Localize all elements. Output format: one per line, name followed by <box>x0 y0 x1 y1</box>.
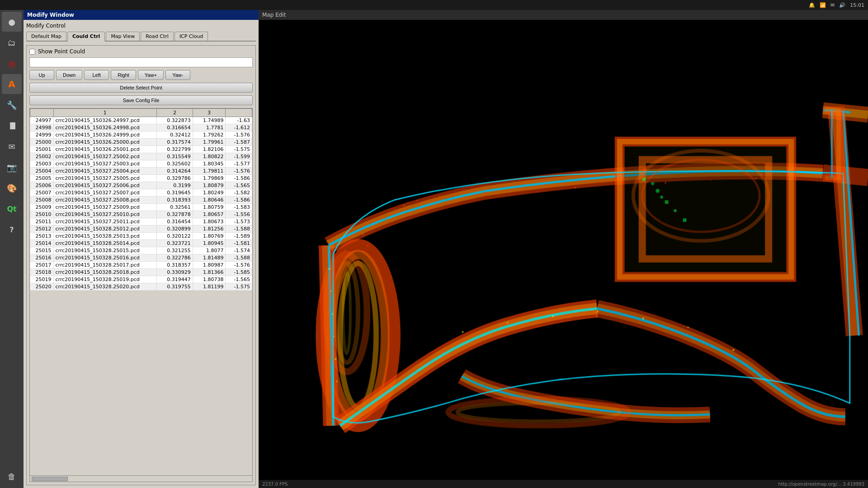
tab-could-ctrl[interactable]: Could Ctrl <box>67 32 105 42</box>
cell-col3: -1.576 <box>226 168 252 175</box>
cell-col3: -1.63 <box>226 117 252 124</box>
table-row[interactable]: 25010 crrc20190415_150327.25010.pcd 0.32… <box>30 211 252 218</box>
svg-rect-18 <box>394 209 395 210</box>
cell-col2: 1.79961 <box>193 139 226 146</box>
cell-col1: 0.318357 <box>157 262 193 269</box>
sidebar-icon-qt[interactable]: Qt <box>2 199 22 219</box>
table-row[interactable]: 25007 crrc20190415_150327.25007.pcd 0.31… <box>30 189 252 197</box>
sidebar-icon-circle[interactable]: ● <box>2 12 22 32</box>
table-row[interactable]: 25017 crrc20190415_150328.25017.pcd 0.31… <box>30 262 252 269</box>
sidebar-icon-paint[interactable]: 🎨 <box>2 178 22 198</box>
cell-col3: -1.612 <box>226 124 252 131</box>
cell-filename: crrc20190415_150328.25018.pcd <box>53 269 157 276</box>
sidebar-icon-trash[interactable]: 🗑 <box>2 466 22 486</box>
cell-id: 25000 <box>30 139 54 146</box>
cell-col3: -1.565 <box>226 276 252 283</box>
delete-select-point-button[interactable]: Delete Select Point <box>29 83 253 93</box>
cell-col1: 0.319447 <box>157 276 193 283</box>
svg-rect-25 <box>575 187 576 188</box>
table-row[interactable]: 24999 crrc20190415_150326.24999.pcd 0.32… <box>30 131 252 139</box>
table-row[interactable]: 25020 crrc20190415_150328.25020.pcd 0.31… <box>30 283 252 291</box>
table-row[interactable]: 25011 crrc20190415_150327.25011.pcd 0.31… <box>30 218 252 225</box>
table-row[interactable]: 25016 crrc20190415_150328.25016.pcd 0.32… <box>30 254 252 262</box>
table-row[interactable]: 25019 crrc20190415_150328.25019.pcd 0.31… <box>30 276 252 283</box>
tab-map-view[interactable]: Map View <box>106 32 140 41</box>
cell-col3: -1.581 <box>226 240 252 247</box>
table-row[interactable]: 25005 crrc20190415_150327.25005.pcd 0.32… <box>30 175 252 182</box>
cell-col1: 0.3199 <box>157 182 193 189</box>
table-row[interactable]: 25001 crrc20190415_150326.25001.pcd 0.32… <box>30 146 252 153</box>
table-row[interactable]: 25006 crrc20190415_150327.25006.pcd 0.31… <box>30 182 252 189</box>
sidebar-icon-app[interactable]: A <box>2 74 22 94</box>
cell-filename: crrc20190415_150327.25007.pcd <box>53 189 157 197</box>
cell-id: 25012 <box>30 225 54 233</box>
cell-id: 25020 <box>30 283 54 291</box>
sidebar-icon-chrome[interactable]: ◎ <box>2 53 22 73</box>
cell-filename: crrc20190415_150326.24999.pcd <box>53 131 157 139</box>
table-row[interactable]: 25012 crrc20190415_150328.25012.pcd 0.32… <box>30 225 252 233</box>
tab-road-ctrl[interactable]: Road Ctrl <box>141 32 174 41</box>
cell-col3: -1.574 <box>226 247 252 254</box>
left-button[interactable]: Left <box>84 70 109 80</box>
table-row[interactable]: 25009 crrc20190415_150327.25009.pcd 0.32… <box>30 204 252 211</box>
col-header-1: 1 <box>53 109 157 117</box>
table-row[interactable]: 24998 crrc20190415_150326.24998.pcd 0.31… <box>30 124 252 131</box>
yaw-plus-button[interactable]: Yaw+ <box>138 70 164 80</box>
table-row[interactable]: 25014 crrc20190415_150328.25014.pcd 0.32… <box>30 240 252 247</box>
cell-col3: -1.577 <box>226 160 252 168</box>
save-config-file-button[interactable]: Save Config File <box>29 95 253 105</box>
table-row[interactable]: 25003 crrc20190415_150327.25003.pcd 0.32… <box>30 160 252 168</box>
table-row[interactable]: 25002 crrc20190415_150327.25002.pcd 0.31… <box>30 153 252 160</box>
volume-icon: 🔊 <box>839 2 845 8</box>
yaw-minus-button[interactable]: Yaw- <box>165 70 190 80</box>
sidebar-icon-email[interactable]: ✉ <box>2 136 22 156</box>
horizontal-scrollbar[interactable] <box>30 475 252 482</box>
cell-col3: -1.587 <box>226 139 252 146</box>
cell-col3: -1.565 <box>226 182 252 189</box>
table-row[interactable]: 24997 crrc20190415_150326.24997.pcd 0.32… <box>30 117 252 124</box>
cell-col3: -1.556 <box>226 211 252 218</box>
tab-bar: Default Map Could Ctrl Map View Road Ctr… <box>26 32 256 42</box>
up-button[interactable]: Up <box>29 70 54 80</box>
cell-filename: crrc20190415_150326.24998.pcd <box>53 124 157 131</box>
sidebar-icon-help[interactable]: ? <box>2 220 22 239</box>
cell-col3: -1.583 <box>226 204 252 211</box>
map-canvas[interactable] <box>259 20 868 480</box>
sidebar-icon-files[interactable]: 🗂 <box>2 33 22 52</box>
table-row[interactable]: 25015 crrc20190415_150328.25015.pcd 0.32… <box>30 247 252 254</box>
cell-col2: 1.80673 <box>193 218 226 225</box>
cell-col2: 1.80945 <box>193 240 226 247</box>
cell-filename: crrc20190415_150327.25003.pcd <box>53 160 157 168</box>
table-scroll-wrapper[interactable]: 1 2 3 24997 crrc20190415_150326.24997.pc… <box>30 108 252 475</box>
sidebar-icon-tool[interactable]: 🔧 <box>2 95 22 115</box>
search-input[interactable] <box>29 57 253 67</box>
cell-col1: 0.320122 <box>157 233 193 240</box>
svg-rect-12 <box>356 241 357 242</box>
col-header-2: 2 <box>157 109 193 117</box>
svg-rect-44 <box>642 178 646 181</box>
data-table: 1 2 3 24997 crrc20190415_150326.24997.pc… <box>30 108 252 291</box>
sidebar-icon-terminal[interactable]: ▐█ <box>2 116 22 136</box>
table-row[interactable]: 25008 crrc20190415_150327.25008.pcd 0.31… <box>30 197 252 204</box>
svg-rect-21 <box>439 196 441 197</box>
down-button[interactable]: Down <box>56 70 82 80</box>
cell-col3: -1.575 <box>226 283 252 291</box>
sidebar-icon-camera[interactable]: 📷 <box>2 157 22 177</box>
show-point-could-checkbox[interactable] <box>29 49 35 55</box>
cell-col3: -1.582 <box>226 189 252 197</box>
right-button[interactable]: Right <box>111 70 136 80</box>
svg-rect-19 <box>403 205 405 206</box>
cell-col1: 0.321255 <box>157 247 193 254</box>
tab-default-map[interactable]: Default Map <box>26 32 66 41</box>
cell-col3: -1.588 <box>226 225 252 233</box>
svg-rect-24 <box>529 189 530 190</box>
tab-icp-cloud[interactable]: ICP Cloud <box>175 32 208 41</box>
table-row[interactable]: 25013 crrc20190415_150328.25013.pcd 0.32… <box>30 233 252 240</box>
cell-id: 25019 <box>30 276 54 283</box>
table-row[interactable]: 25000 crrc20190415_150326.25000.pcd 0.31… <box>30 139 252 146</box>
cell-filename: crrc20190415_150328.25020.pcd <box>53 283 157 291</box>
sidebar: ● 🗂 ◎ A 🔧 ▐█ ✉ 📷 🎨 Qt ? 🗑 <box>0 10 24 488</box>
table-row[interactable]: 25004 crrc20190415_150327.25004.pcd 0.31… <box>30 168 252 175</box>
cell-col2: 1.79869 <box>193 175 226 182</box>
table-row[interactable]: 25018 crrc20190415_150328.25018.pcd 0.33… <box>30 269 252 276</box>
